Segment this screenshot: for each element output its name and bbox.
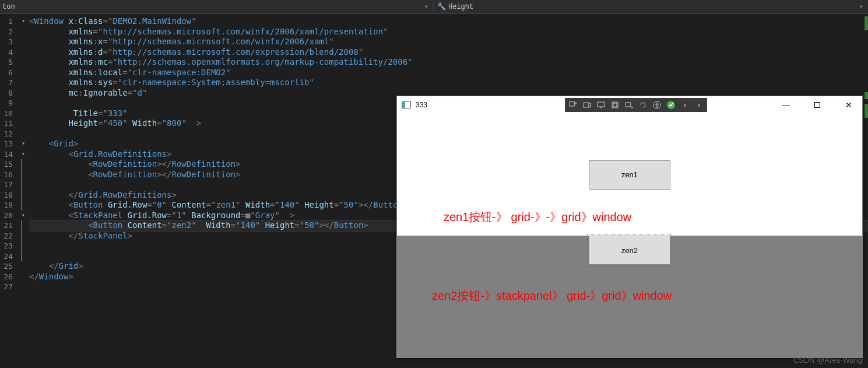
tool-chevron-right-icon[interactable]: › xyxy=(692,99,706,111)
minimize-button[interactable]: — xyxy=(777,100,795,110)
fold-column[interactable]: ▾ ▾▾▾ xyxy=(17,14,29,368)
designer-toolstrip: ‹ › xyxy=(565,98,707,112)
svg-rect-0 xyxy=(570,101,574,106)
line-number-gutter: 1234567891011121314151617181920212223242… xyxy=(0,14,17,368)
breadcrumb-right[interactable]: 🔧 Height ▾ xyxy=(433,2,868,11)
tool-record-icon[interactable] xyxy=(580,99,594,111)
zen1-button[interactable]: zen1 xyxy=(589,160,670,190)
dropdown-arrow-icon[interactable]: ▾ xyxy=(424,2,428,11)
window-app-icon xyxy=(402,101,411,108)
breadcrumb-bar: ton ▾ 🔧 Height ▾ xyxy=(0,0,868,14)
breadcrumb-right-label: Height xyxy=(448,3,473,11)
wpf-titlebar[interactable]: 333 ‹ › — ✕ xyxy=(397,96,862,114)
svg-point-8 xyxy=(656,103,658,104)
tool-check-icon[interactable] xyxy=(664,99,678,111)
breadcrumb-left-label: ton xyxy=(2,3,15,11)
watermark: CSDN @Ares-Wang xyxy=(793,356,862,365)
wpf-window-title: 333 xyxy=(416,101,565,109)
tool-select-icon[interactable] xyxy=(622,99,636,111)
window-system-buttons: — ✕ xyxy=(777,100,858,110)
wrench-icon: 🔧 xyxy=(437,2,446,11)
close-button[interactable]: ✕ xyxy=(840,100,858,110)
tool-go-icon[interactable] xyxy=(566,99,580,111)
svg-rect-5 xyxy=(613,103,617,107)
svg-rect-6 xyxy=(625,103,631,107)
maximize-button[interactable] xyxy=(809,100,826,110)
breadcrumb-left[interactable]: ton ▾ xyxy=(0,2,433,11)
grid-row-1-stackpanel: zen2 zen2按钮-》stackpanel》 grid-》grid》wind… xyxy=(397,236,862,358)
dropdown-arrow-icon[interactable]: ▾ xyxy=(859,2,863,11)
tool-bind-icon[interactable] xyxy=(636,99,650,111)
zen1-button-label: zen1 xyxy=(621,170,638,179)
tool-layout-icon[interactable] xyxy=(608,99,622,111)
svg-rect-1 xyxy=(584,103,589,107)
wpf-designer-window[interactable]: 333 ‹ › — ✕ zen1 zen1按钮-》 grid-》-》grid》w… xyxy=(396,96,863,358)
tool-chevron-left-icon[interactable]: ‹ xyxy=(678,99,692,111)
tool-accessibility-icon[interactable] xyxy=(650,99,664,111)
tool-screen-icon[interactable] xyxy=(594,99,608,111)
change-marker-strip xyxy=(865,0,868,368)
zen2-button[interactable]: zen2 xyxy=(589,236,670,265)
zen2-button-label: zen2 xyxy=(621,246,638,255)
wpf-client-area: zen1 zen1按钮-》 grid-》-》grid》window zen2 z… xyxy=(397,114,862,358)
grid-row-0: zen1 zen1按钮-》 grid-》-》grid》window xyxy=(397,114,862,236)
svg-rect-2 xyxy=(598,102,605,107)
annotation-zen1: zen1按钮-》 grid-》-》grid》window xyxy=(444,209,631,225)
annotation-zen2: zen2按钮-》stackpanel》 grid-》grid》window xyxy=(432,288,672,304)
